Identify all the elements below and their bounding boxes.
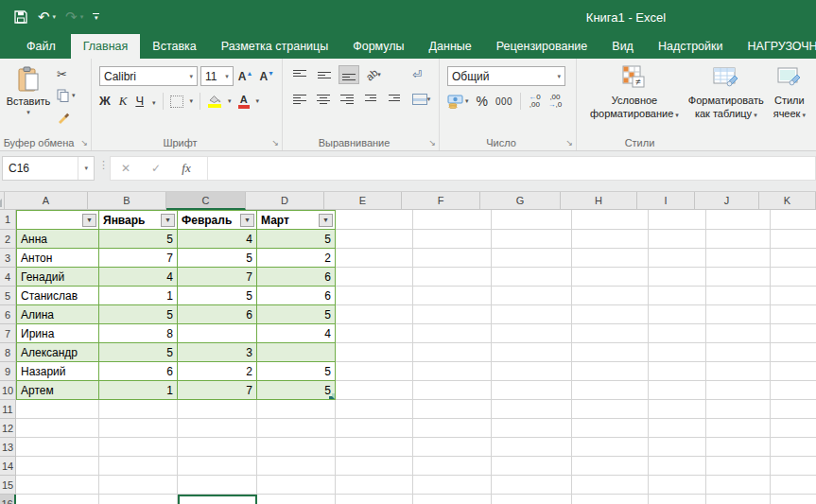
increase-decimal-button[interactable]: ←0,00 <box>529 94 540 109</box>
format-as-table-button[interactable]: Форматироватькак таблицу▾ <box>688 64 764 122</box>
column-header-J[interactable]: J <box>695 192 759 210</box>
cell-F2[interactable] <box>413 230 492 249</box>
cell-A4[interactable]: Генадий <box>16 268 99 287</box>
cell-G15[interactable] <box>492 476 572 495</box>
cell-I15[interactable] <box>649 476 706 495</box>
cell-D6[interactable]: 5 <box>257 305 336 324</box>
cell-K10[interactable] <box>771 381 816 400</box>
cell-B11[interactable] <box>99 400 178 419</box>
column-header-K[interactable]: K <box>759 192 816 210</box>
cell-H14[interactable] <box>572 457 649 476</box>
cell-styles-dropdown-icon[interactable]: ▾ <box>802 112 806 118</box>
cell-A11[interactable] <box>16 400 99 419</box>
cell-K12[interactable] <box>771 419 816 438</box>
cell-E7[interactable] <box>336 324 413 343</box>
row-header-9[interactable]: 9 <box>0 362 16 381</box>
format-table-dropdown-icon[interactable]: ▾ <box>754 112 757 118</box>
number-format-dropdown-icon[interactable]: ▾ <box>553 73 561 80</box>
cell-G12[interactable] <box>492 419 572 438</box>
row-header-2[interactable]: 2 <box>0 230 16 249</box>
cell-A16[interactable] <box>16 495 99 504</box>
filter-button-B1[interactable]: ▼ <box>161 214 175 227</box>
cell-C3[interactable]: 5 <box>178 249 257 268</box>
cell-H4[interactable] <box>572 268 649 287</box>
cell-K7[interactable] <box>771 324 816 343</box>
fill-color-dropdown-icon[interactable]: ▾ <box>228 97 232 105</box>
cell-A2[interactable]: Анна <box>16 230 99 249</box>
cell-B14[interactable] <box>99 457 178 476</box>
cell-B6[interactable]: 5 <box>99 305 178 324</box>
font-color-button[interactable]: А <box>238 95 250 109</box>
cell-H9[interactable] <box>572 362 649 381</box>
cell-I5[interactable] <box>649 287 706 305</box>
cell-K5[interactable] <box>771 287 816 305</box>
cell-I3[interactable] <box>649 249 706 268</box>
row-header-4[interactable]: 4 <box>0 268 16 287</box>
tab-вставка[interactable]: Вставка <box>140 34 208 59</box>
cell-F11[interactable] <box>413 400 492 419</box>
alignment-dialog-launcher-icon[interactable]: ↘ <box>428 139 436 148</box>
accounting-format-button[interactable]: ▾ <box>447 95 469 109</box>
cell-F9[interactable] <box>413 362 492 381</box>
align-middle-button[interactable] <box>315 66 334 83</box>
cut-icon[interactable]: ✂ <box>57 66 76 81</box>
cell-D14[interactable] <box>257 457 336 476</box>
insert-function-icon[interactable]: fx <box>171 161 201 176</box>
cell-J6[interactable] <box>706 305 771 324</box>
cell-H3[interactable] <box>572 249 649 268</box>
cell-F5[interactable] <box>413 287 492 305</box>
row-header-14[interactable]: 14 <box>0 457 16 476</box>
cell-I10[interactable] <box>649 381 706 400</box>
cell-B10[interactable]: 1 <box>99 381 178 400</box>
cell-J12[interactable] <box>706 419 771 438</box>
cell-C12[interactable] <box>178 419 257 438</box>
cell-A13[interactable] <box>16 438 99 457</box>
cell-F14[interactable] <box>413 457 492 476</box>
tab-нагрузочный-т[interactable]: НАГРУЗОЧНЫЙ Т <box>736 34 816 59</box>
cell-A5[interactable]: Станислав <box>16 287 99 305</box>
cell-I12[interactable] <box>649 419 706 438</box>
cell-C14[interactable] <box>178 457 257 476</box>
cell-J13[interactable] <box>706 438 771 457</box>
cell-C4[interactable]: 7 <box>178 268 257 287</box>
cell-E3[interactable] <box>336 249 413 268</box>
cell-G8[interactable] <box>492 343 572 362</box>
select-all-corner[interactable] <box>0 192 5 210</box>
cell-G1[interactable] <box>492 210 572 230</box>
cell-I14[interactable] <box>649 457 706 476</box>
selected-cell-C16[interactable] <box>178 495 257 504</box>
cell-F4[interactable] <box>413 268 492 287</box>
cell-H15[interactable] <box>572 476 649 495</box>
row-header-10[interactable]: 10 <box>0 381 16 400</box>
row-header-7[interactable]: 7 <box>0 324 16 343</box>
cell-K16[interactable] <box>771 495 816 504</box>
cell-A14[interactable] <box>16 457 99 476</box>
row-header-15[interactable]: 15 <box>0 476 16 495</box>
cell-B3[interactable]: 7 <box>99 249 178 268</box>
cell-H8[interactable] <box>572 343 649 362</box>
cell-D3[interactable]: 2 <box>257 249 336 268</box>
merge-center-button[interactable]: ▾ <box>409 91 433 108</box>
merge-dropdown-icon[interactable]: ▾ <box>427 96 431 103</box>
cell-C7[interactable] <box>178 324 257 343</box>
row-header-1[interactable]: 1 <box>0 210 16 230</box>
font-size-select[interactable]: 11▾ <box>200 66 234 86</box>
italic-button[interactable]: К <box>119 94 128 109</box>
cell-G14[interactable] <box>492 457 572 476</box>
cell-G11[interactable] <box>492 400 572 419</box>
borders-dropdown-icon[interactable]: ▾ <box>190 97 194 105</box>
wrap-text-button[interactable]: ⏎ <box>408 66 426 83</box>
cell-J4[interactable] <box>706 268 771 287</box>
font-color-dropdown-icon[interactable]: ▾ <box>256 97 260 105</box>
borders-button[interactable] <box>170 96 183 108</box>
cell-I6[interactable] <box>649 305 706 324</box>
cell-E14[interactable] <box>336 457 413 476</box>
row-header-3[interactable]: 3 <box>0 249 16 268</box>
cell-H11[interactable] <box>572 400 649 419</box>
cell-F16[interactable] <box>413 495 492 504</box>
cell-J9[interactable] <box>706 362 771 381</box>
row-header-11[interactable]: 11 <box>0 400 16 419</box>
cell-K9[interactable] <box>771 362 816 381</box>
cell-E6[interactable] <box>336 305 413 324</box>
cell-J1[interactable] <box>706 210 771 230</box>
